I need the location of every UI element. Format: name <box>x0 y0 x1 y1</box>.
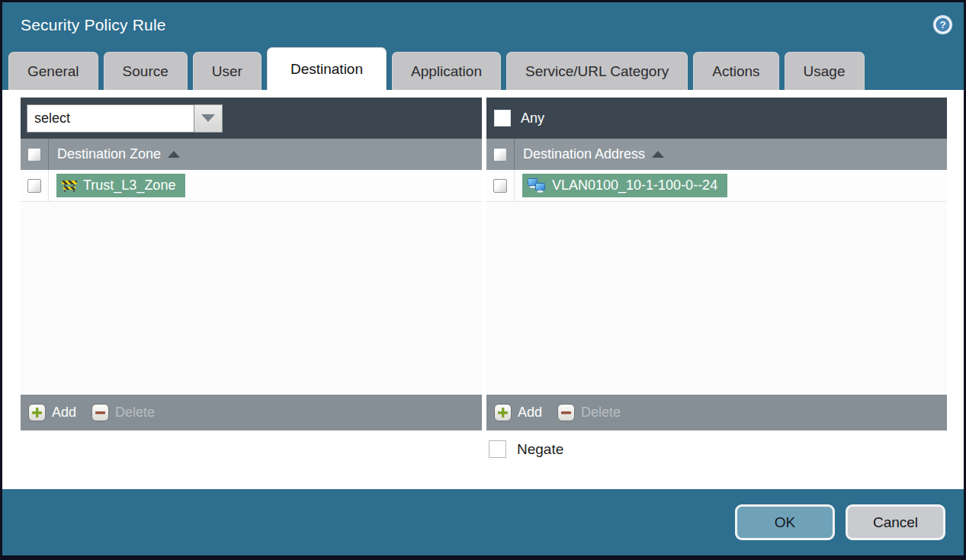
ok-button[interactable]: OK <box>735 504 835 540</box>
address-panel-toolbar: Any <box>486 98 947 139</box>
address-add-button[interactable]: Add <box>494 404 542 421</box>
negate-checkbox[interactable] <box>489 440 506 458</box>
zone-row-checkbox[interactable] <box>27 179 41 193</box>
address-column-label: Destination Address <box>523 146 645 162</box>
destination-tab-content: select Destination Zone <box>2 90 964 489</box>
svg-text:?: ? <box>939 19 945 30</box>
zone-column-label: Destination Zone <box>57 146 161 162</box>
sort-ascending-icon <box>652 151 664 158</box>
zone-actions-bar: Add Delete <box>21 395 482 430</box>
address-list: VLAN0100_10-1-100-0--24 <box>486 170 947 395</box>
cancel-button[interactable]: Cancel <box>846 504 945 540</box>
dialog-title: Security Policy Rule <box>21 16 932 34</box>
zone-add-label: Add <box>52 405 76 421</box>
address-row[interactable]: VLAN0100_10-1-100-0--24 <box>486 170 947 202</box>
tab-strip: General Source User Destination Applicat… <box>2 47 964 90</box>
any-option: Any <box>493 110 544 126</box>
address-header-checkbox-cell <box>486 139 515 170</box>
help-icon[interactable]: ? <box>932 14 953 35</box>
dialog-footer: OK Cancel <box>2 489 964 555</box>
zone-delete-button[interactable]: Delete <box>91 404 155 421</box>
zone-panel-toolbar: select <box>21 98 482 139</box>
address-item-label: VLAN0100_10-1-100-0--24 <box>552 178 717 194</box>
dialog-window: Security Policy Rule ? General Source Us… <box>2 2 964 555</box>
tab-destination[interactable]: Destination <box>267 47 387 90</box>
zone-type-select-button[interactable] <box>194 104 223 133</box>
chevron-down-icon <box>201 114 215 122</box>
address-item-chip[interactable]: VLAN0100_10-1-100-0--24 <box>522 174 727 197</box>
minus-icon <box>557 404 575 421</box>
address-actions-bar: Add Delete <box>486 395 947 430</box>
zone-row-checkbox-cell <box>21 170 49 201</box>
tab-service-url-category[interactable]: Service/URL Category <box>506 52 688 90</box>
zone-column-header[interactable]: Destination Zone <box>21 139 482 170</box>
any-checkbox[interactable] <box>494 110 511 126</box>
negate-option: Negate <box>489 440 563 458</box>
tab-application[interactable]: Application <box>392 52 501 90</box>
address-row-checkbox-cell <box>486 170 515 201</box>
minus-icon <box>91 404 109 421</box>
address-delete-button[interactable]: Delete <box>557 404 621 421</box>
tab-actions[interactable]: Actions <box>693 52 778 90</box>
negate-label: Negate <box>517 441 563 458</box>
security-policy-rule-dialog: Security Policy Rule ? General Source Us… <box>0 0 966 560</box>
tab-user[interactable]: User <box>193 52 262 90</box>
address-select-all-checkbox[interactable] <box>493 148 507 162</box>
address-row-checkbox[interactable] <box>493 179 507 193</box>
zone-list: Trust_L3_Zone <box>21 170 482 395</box>
tab-usage[interactable]: Usage <box>785 52 865 90</box>
zone-delete-label: Delete <box>115 405 155 421</box>
plus-icon <box>494 404 512 421</box>
address-icon <box>528 178 546 193</box>
zone-add-button[interactable]: Add <box>28 404 76 421</box>
destination-zone-panel: select Destination Zone <box>21 98 482 430</box>
zone-icon <box>62 180 77 192</box>
destination-address-panel: Any Destination Address <box>486 98 947 430</box>
plus-icon <box>28 404 46 421</box>
sort-ascending-icon <box>168 151 180 158</box>
zone-item-label: Trust_L3_Zone <box>83 178 175 194</box>
any-label: Any <box>521 110 544 126</box>
title-bar: Security Policy Rule ? <box>2 2 964 47</box>
address-add-label: Add <box>518 405 542 421</box>
tab-source[interactable]: Source <box>104 52 188 90</box>
zone-item-chip[interactable]: Trust_L3_Zone <box>56 174 185 197</box>
tab-general[interactable]: General <box>8 52 98 90</box>
zone-type-select[interactable]: select <box>27 104 223 133</box>
zone-row[interactable]: Trust_L3_Zone <box>21 170 482 202</box>
zone-select-all-checkbox[interactable] <box>27 148 41 162</box>
address-delete-label: Delete <box>581 405 621 421</box>
zone-type-select-value[interactable]: select <box>27 104 194 133</box>
address-column-header[interactable]: Destination Address <box>486 139 947 170</box>
zone-header-checkbox-cell <box>21 139 49 170</box>
